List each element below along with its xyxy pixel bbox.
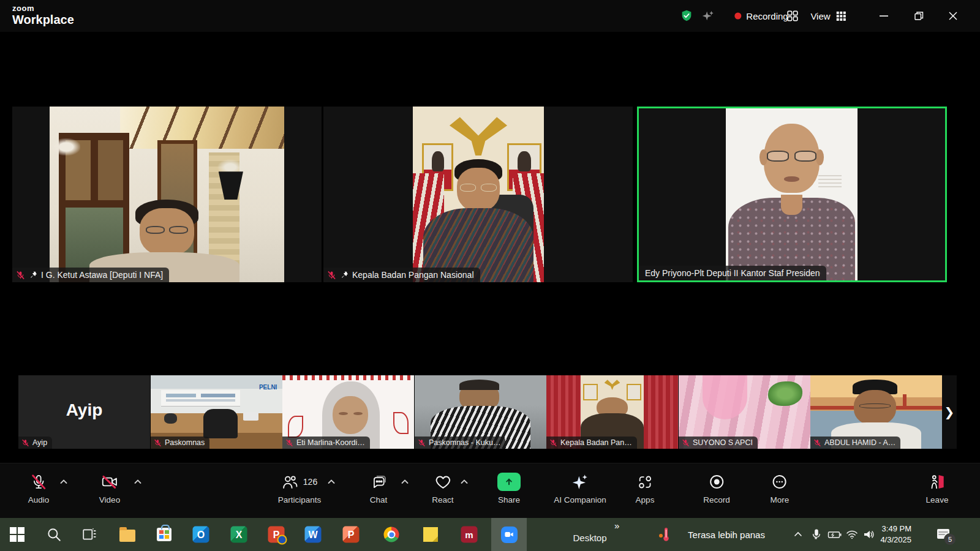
share-screen-icon bbox=[497, 473, 521, 491]
audio-button[interactable]: Audio bbox=[28, 473, 50, 504]
garuda-emblem bbox=[450, 117, 507, 156]
zoom-taskbar-button-active[interactable] bbox=[491, 518, 527, 551]
chat-button[interactable]: Chat bbox=[370, 473, 388, 504]
video-tile-ketut-astawa[interactable]: I G. Ketut Astawa [Deputi I NFA] bbox=[12, 107, 322, 282]
excel-icon: X bbox=[231, 527, 247, 543]
word-button[interactable]: W bbox=[305, 527, 322, 543]
weather-icon bbox=[657, 527, 672, 542]
filmstrip-next-button[interactable]: ❯ bbox=[942, 375, 957, 449]
strip-tile-paskomnas[interactable]: PELNI Paskomnas bbox=[151, 375, 282, 449]
record-icon bbox=[708, 473, 725, 490]
person-hair bbox=[459, 380, 499, 390]
red-ornament-left bbox=[288, 416, 304, 438]
weather-widget[interactable]: Terasa lebih panas bbox=[688, 530, 765, 540]
chrome-button[interactable] bbox=[384, 527, 399, 542]
sticky-notes-button[interactable] bbox=[423, 527, 438, 542]
recording-label: Recording bbox=[746, 11, 788, 21]
strip-tile-paskomnas-kuku[interactable]: Paskomnas - Kuku… bbox=[415, 375, 546, 449]
video-tile-edy-priyono-active-speaker[interactable]: Edy Priyono-Plt Deputi II Kantor Staf Pr… bbox=[637, 107, 947, 282]
participant-nameplate: ABDUL HAMID - A… bbox=[810, 437, 900, 449]
glasses-left-lens bbox=[146, 226, 165, 234]
restore-button[interactable] bbox=[902, 0, 936, 32]
notification-count-badge: 5 bbox=[944, 533, 956, 545]
strip-tile-eti-marlina[interactable]: Eti Marlina-Koordi… bbox=[282, 375, 414, 449]
record-label: Record bbox=[703, 495, 730, 504]
tray-wifi-icon[interactable] bbox=[846, 530, 858, 539]
tray-volume-icon[interactable] bbox=[863, 529, 875, 540]
weather-text: Terasa lebih panas bbox=[688, 530, 765, 540]
windows-logo-icon bbox=[10, 527, 24, 542]
bridge-tower bbox=[903, 394, 907, 409]
ai-companion-button[interactable]: AI Companion bbox=[554, 473, 606, 504]
record-button[interactable]: Record bbox=[703, 473, 730, 504]
security-shield-icon[interactable] bbox=[680, 9, 693, 23]
outlook-button[interactable]: O bbox=[193, 527, 209, 543]
muted-mic-icon bbox=[549, 439, 557, 447]
recording-indicator[interactable]: Recording bbox=[734, 11, 788, 21]
strip-tile-kepala-badan-pan[interactable]: Kepala Badan Pan… bbox=[546, 375, 678, 449]
share-button[interactable]: Share bbox=[497, 473, 521, 504]
react-options-caret[interactable] bbox=[460, 478, 469, 485]
glasses-right-lens bbox=[169, 226, 188, 234]
chevron-up-icon bbox=[793, 530, 803, 539]
search-icon bbox=[46, 527, 62, 542]
chat-icon bbox=[371, 474, 387, 490]
search-button[interactable] bbox=[46, 527, 62, 542]
time-text: 3:49 PM bbox=[880, 523, 911, 534]
excel-button[interactable]: X bbox=[231, 527, 247, 543]
zoom-workplace-logo: zoom Workplace bbox=[12, 4, 74, 26]
muted-mic-icon bbox=[285, 439, 293, 447]
minimize-button[interactable] bbox=[867, 0, 901, 32]
participants-count: 126 bbox=[303, 477, 317, 487]
powerpoint-button[interactable]: P bbox=[343, 527, 360, 543]
tray-mic-icon[interactable] bbox=[812, 528, 821, 541]
audio-options-caret[interactable] bbox=[59, 478, 68, 485]
chat-options-caret[interactable] bbox=[401, 478, 409, 485]
banner bbox=[161, 390, 240, 406]
apps-button[interactable]: Apps bbox=[636, 473, 655, 504]
video-feed bbox=[726, 108, 858, 280]
taskbar-clock[interactable]: 3:49 PM 4/3/2025 bbox=[880, 523, 911, 545]
participant-nameplate: Kepala Badan Pangan Nasional bbox=[323, 268, 480, 282]
video-tile-kepala-bapanas[interactable]: Kepala Badan Pangan Nasional bbox=[323, 107, 633, 282]
participants-button[interactable]: 126 Participants bbox=[278, 473, 322, 504]
apps-icon bbox=[637, 474, 654, 490]
participants-options-caret[interactable] bbox=[327, 478, 336, 485]
participant-nameplate: I G. Ketut Astawa [Deputi I NFA] bbox=[12, 268, 169, 282]
close-button[interactable] bbox=[936, 0, 970, 32]
video-options-caret[interactable] bbox=[134, 478, 142, 485]
outlook-icon: O bbox=[193, 527, 209, 543]
share-label: Share bbox=[498, 495, 520, 504]
view-button[interactable]: View bbox=[810, 10, 846, 22]
gallery-view-icon[interactable] bbox=[786, 9, 799, 23]
video-label: Video bbox=[99, 495, 120, 504]
start-button[interactable] bbox=[10, 527, 24, 542]
taskbar-overflow-chevron[interactable]: » bbox=[614, 520, 620, 531]
strip-tile-suyono[interactable]: SUYONO S APCI bbox=[679, 375, 810, 449]
ai-companion-titlebar-icon[interactable] bbox=[701, 9, 715, 23]
strip-tile-ayip[interactable]: Ayip Ayip bbox=[18, 375, 150, 449]
desktop-toolbar[interactable]: Desktop bbox=[573, 533, 606, 543]
chat-label: Chat bbox=[370, 495, 388, 504]
muted-mic-icon bbox=[813, 439, 821, 447]
notification-center-button[interactable]: 5 bbox=[936, 528, 951, 541]
video-button[interactable]: Video bbox=[99, 473, 120, 504]
file-explorer-button[interactable] bbox=[119, 527, 135, 542]
microsoft-store-button[interactable] bbox=[157, 528, 172, 541]
mendeley-button[interactable]: m bbox=[461, 527, 478, 543]
app-pom-button[interactable]: P bbox=[268, 527, 285, 543]
word-icon: W bbox=[305, 527, 322, 543]
view-label: View bbox=[810, 11, 830, 21]
strip-tile-abdul-hamid[interactable]: ABDUL HAMID - A… bbox=[810, 375, 942, 449]
more-button[interactable]: More bbox=[771, 473, 790, 504]
react-button[interactable]: React bbox=[432, 473, 453, 504]
tray-expand-button[interactable] bbox=[793, 530, 803, 539]
pom-icon: P bbox=[268, 527, 285, 543]
glasses-left-lens bbox=[460, 184, 476, 192]
participant-name: Eti Marlina-Koordi… bbox=[296, 438, 365, 447]
tray-battery-icon[interactable] bbox=[827, 530, 842, 539]
task-view-button[interactable] bbox=[81, 527, 97, 542]
more-icon bbox=[771, 473, 788, 490]
leave-button[interactable]: Leave bbox=[926, 473, 949, 504]
participant-nameplate: Edy Priyono-Plt Deputi II Kantor Staf Pr… bbox=[639, 266, 826, 280]
